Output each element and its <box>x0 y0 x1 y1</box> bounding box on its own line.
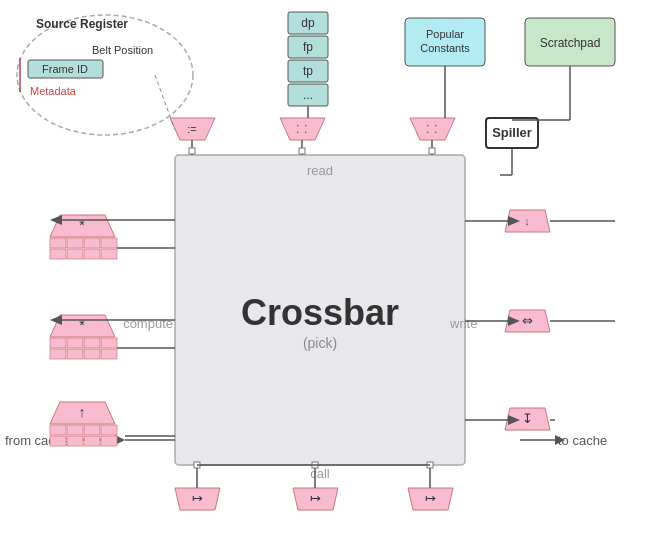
svg-rect-4 <box>50 249 66 259</box>
svg-rect-10 <box>84 338 100 348</box>
trap-top-1-label: := <box>187 123 196 135</box>
bottom-trap-1-label: ↦ <box>192 491 203 506</box>
svg-rect-16 <box>50 425 66 435</box>
svg-rect-23 <box>101 436 117 446</box>
to-cache-label: to cache <box>558 433 607 448</box>
svg-rect-8 <box>50 338 66 348</box>
svg-rect-11 <box>101 338 117 348</box>
junction-2 <box>299 148 305 154</box>
svg-rect-14 <box>84 349 100 359</box>
frame-id-label: Frame ID <box>42 63 88 75</box>
scratchpad-label: Scratchpad <box>540 36 601 50</box>
svg-rect-0 <box>50 238 66 248</box>
pick-label: (pick) <box>303 335 337 351</box>
left-grid-2 <box>50 338 117 359</box>
crossbar-label: Crossbar <box>241 292 399 333</box>
svg-rect-17 <box>67 425 83 435</box>
left-grid-1 <box>50 238 117 259</box>
left-trap-top-3-label: ↑ <box>79 404 86 420</box>
svg-rect-15 <box>101 349 117 359</box>
diagram: Crossbar (pick) read write compute call … <box>0 0 645 533</box>
svg-rect-6 <box>84 249 100 259</box>
svg-rect-18 <box>84 425 100 435</box>
svg-rect-5 <box>67 249 83 259</box>
svg-rect-2 <box>84 238 100 248</box>
right-trap-2-label: ⇔ <box>522 313 533 328</box>
svg-rect-9 <box>67 338 83 348</box>
metadata-label: Metadata <box>30 85 77 97</box>
popular-constants-label1: Popular <box>426 28 464 40</box>
svg-rect-20 <box>50 436 66 446</box>
compute-label: compute <box>123 316 173 331</box>
fp-label: fp <box>303 40 313 54</box>
legend-title: Source Register <box>36 17 128 31</box>
ellipsis-label: ... <box>303 88 313 102</box>
trap-top-2-label: ⁚ ⁚ <box>296 123 307 135</box>
svg-rect-1 <box>67 238 83 248</box>
dp-label: dp <box>301 16 315 30</box>
svg-rect-3 <box>101 238 117 248</box>
svg-rect-13 <box>67 349 83 359</box>
junction-1 <box>189 148 195 154</box>
svg-rect-7 <box>101 249 117 259</box>
belt-position-label: Belt Position <box>92 44 153 56</box>
svg-rect-22 <box>84 436 100 446</box>
right-trap-3-label: ↧ <box>522 411 533 426</box>
read-label: read <box>307 163 333 178</box>
trap-top-3-label: ⁚ ⁚ <box>426 123 437 135</box>
right-trap-1-label: ↓ <box>524 215 530 227</box>
bottom-trap-3-label: ↦ <box>425 491 436 506</box>
svg-rect-21 <box>67 436 83 446</box>
spiller-label: Spiller <box>492 125 532 140</box>
tp-label: tp <box>303 64 313 78</box>
junction-3 <box>429 148 435 154</box>
svg-rect-19 <box>101 425 117 435</box>
popular-constants-label2: Constants <box>420 42 470 54</box>
svg-rect-12 <box>50 349 66 359</box>
write-label: write <box>449 316 477 331</box>
bottom-trap-2-label: ↦ <box>310 491 321 506</box>
